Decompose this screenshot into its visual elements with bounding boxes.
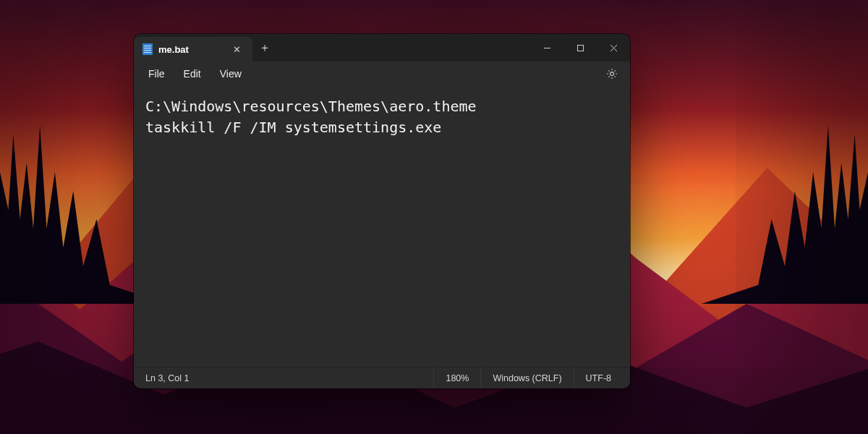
svg-rect-1 [577, 45, 583, 51]
tab-title: me.bat [158, 44, 189, 55]
close-tab-button[interactable]: ✕ [229, 41, 245, 57]
notepad-window: me.bat ✕ ＋ File Edit View C:\ [134, 34, 630, 388]
gear-icon [605, 67, 618, 80]
menu-view[interactable]: View [213, 65, 249, 82]
text-editor-area[interactable]: C:\Windows\resources\Themes\aero.theme t… [134, 86, 630, 367]
svg-point-4 [610, 72, 614, 76]
statusbar: Ln 3, Col 1 180% Windows (CRLF) UTF-8 [134, 367, 630, 388]
close-window-button[interactable] [597, 34, 630, 61]
maximize-button[interactable] [563, 34, 597, 61]
status-cursor-position[interactable]: Ln 3, Col 1 [141, 373, 189, 383]
tab-active[interactable]: me.bat ✕ [134, 37, 252, 61]
menu-edit[interactable]: Edit [176, 65, 208, 82]
titlebar[interactable]: me.bat ✕ ＋ [134, 34, 630, 61]
status-zoom[interactable]: 180% [433, 367, 480, 388]
minimize-button[interactable] [530, 34, 563, 61]
new-tab-button[interactable]: ＋ [252, 34, 277, 61]
status-encoding[interactable]: UTF-8 [574, 367, 623, 388]
status-line-ending[interactable]: Windows (CRLF) [480, 367, 573, 388]
settings-button[interactable] [601, 63, 623, 85]
menubar: File Edit View [134, 61, 630, 86]
document-icon [142, 43, 153, 55]
menu-file[interactable]: File [141, 65, 172, 82]
